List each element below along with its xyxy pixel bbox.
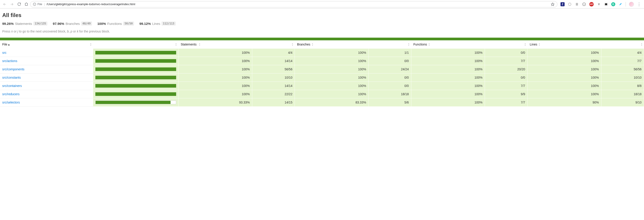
page-title: All files [2,12,642,18]
coverage-bar-fill [95,51,176,54]
branches-pct: 100% [295,57,368,65]
functions-count: 7/7 [485,57,528,65]
summary-lines: 99.12% Lines 112/113 [139,21,176,25]
back-button[interactable] [3,2,7,6]
browser-toolbar: File | /Users/gleb/git/cypress-example-t… [0,0,644,8]
summary-count: 48/49 [81,21,92,25]
functions-count: 20/20 [485,65,528,73]
bookmark-star-icon[interactable] [551,2,554,6]
site-info-icon[interactable]: File [33,2,42,6]
lines-count: 4/4 [601,49,644,57]
summary-label: Functions [107,22,122,25]
extension-circle-icon[interactable] [568,2,572,6]
file-link[interactable]: src/reducers [0,90,93,98]
forward-button[interactable] [10,2,14,6]
branches-count: 18/18 [368,90,411,98]
url-path: /Users/gleb/git/cypress-example-todomvc-… [46,2,135,6]
branches-count: 24/24 [368,65,411,73]
sort-icon: ▴▾ [90,42,91,46]
coverage-bar-cell [93,90,178,98]
sort-icon: ▴▾ [292,42,293,46]
functions-pct: 100% [411,57,485,65]
col-bar[interactable]: ▴▾ [93,40,178,49]
lines-pct: 100% [528,57,601,65]
table-row: src/components100%56/56100%24/24100%20/2… [0,65,644,73]
svg-point-4 [568,3,571,5]
url-separator: | [44,2,45,6]
table-row: src100%4/4100%1/1100%0/0100%4/4 [0,49,644,57]
coverage-table: File ▴▴▾ ▴▾ Statements▴▾ ▴▾ Branches▴▾ ▴… [0,40,644,107]
functions-count: 7/7 [485,82,528,90]
table-row: src/constants100%10/10100%0/0100%0/0100%… [0,73,644,82]
summary-statements: 99.26% Statements 134/135 [2,21,47,25]
statements-count: 14/14 [252,57,295,65]
sort-icon: ▴▾ [524,42,526,46]
branches-count: 0/0 [368,73,411,82]
col-lines-count[interactable]: ▴▾ [601,40,644,49]
statements-count: 22/22 [252,90,295,98]
summary-count: 50/50 [123,21,134,25]
sort-icon: ▴▾ [199,42,200,46]
address-bar[interactable]: File | /Users/gleb/git/cypress-example-t… [30,1,558,7]
file-link[interactable]: src/selectors [0,98,93,107]
sort-icon: ▴▾ [176,42,176,46]
coverage-bar-cell [93,57,178,65]
col-branches[interactable]: Branches▴▾ [295,40,368,49]
chrome-menu-icon[interactable]: ⋮ [637,2,641,7]
statements-pct: 100% [178,65,252,73]
col-functions[interactable]: Functions▴▾ [411,40,485,49]
col-functions-count[interactable]: ▴▾ [485,40,528,49]
sort-icon: ▴▾ [408,42,409,46]
extension-note-icon[interactable] [575,2,579,6]
extension-bug-icon[interactable] [604,2,608,6]
extension-info-icon[interactable] [582,2,586,6]
summary-count: 134/135 [34,21,48,25]
coverage-bar-fill [95,67,176,71]
branches-pct: 100% [295,65,368,73]
file-link[interactable]: src/actions [0,57,93,65]
file-link[interactable]: src/constants [0,73,93,82]
functions-count: 0/0 [485,49,528,57]
col-branches-count[interactable]: ▴▾ [368,40,411,49]
reload-button[interactable] [17,2,21,6]
sort-icon: ▴▾ [641,42,642,46]
statements-pct: 100% [178,82,252,90]
col-file[interactable]: File ▴▴▾ [0,40,93,49]
extension-z-icon[interactable]: Z [560,2,564,6]
functions-pct: 100% [411,65,485,73]
url-scheme: File [38,2,42,6]
coverage-bar-cell [93,49,178,57]
lines-count: 7/7 [601,57,644,65]
branches-count: 5/6 [368,98,411,107]
statements-pct: 100% [178,49,252,57]
extension-feather-icon[interactable] [618,2,622,6]
branches-pct: 83.33% [295,98,368,107]
sort-icon: ▴▾ [539,42,540,46]
coverage-bar-cell [93,82,178,90]
functions-pct: 100% [411,49,485,57]
statements-count: 10/10 [252,73,295,82]
table-row: src/actions100%14/14100%0/0100%7/7100%7/… [0,57,644,65]
home-button[interactable] [24,2,28,6]
file-link[interactable]: src/containers [0,82,93,90]
file-link[interactable]: src/components [0,65,93,73]
extension-grammarly-icon[interactable]: G [611,2,615,6]
extension-abp-icon[interactable]: ABP [589,2,594,6]
sort-icon: ▴▾ [428,42,430,46]
col-statements-count[interactable]: ▴▾ [252,40,295,49]
summary-pct: 97.96% [53,22,64,25]
functions-count: 0/0 [485,73,528,82]
summary-branches: 97.96% Branches 48/49 [53,21,92,25]
extension-v-icon[interactable]: ▾ [597,2,601,6]
summary-pct: 99.26% [2,22,14,25]
col-lines[interactable]: Lines▴▾ [528,40,601,49]
functions-count: 9/9 [485,90,528,98]
statements-pct: 100% [178,73,252,82]
col-statements[interactable]: Statements▴▾ [178,40,252,49]
functions-pct: 100% [411,82,485,90]
file-link[interactable]: src [0,49,93,57]
coverage-bar-fill [95,59,176,63]
sort-asc-icon: ▴ [8,42,10,46]
profile-avatar[interactable] [629,2,634,7]
svg-line-15 [607,5,607,5]
